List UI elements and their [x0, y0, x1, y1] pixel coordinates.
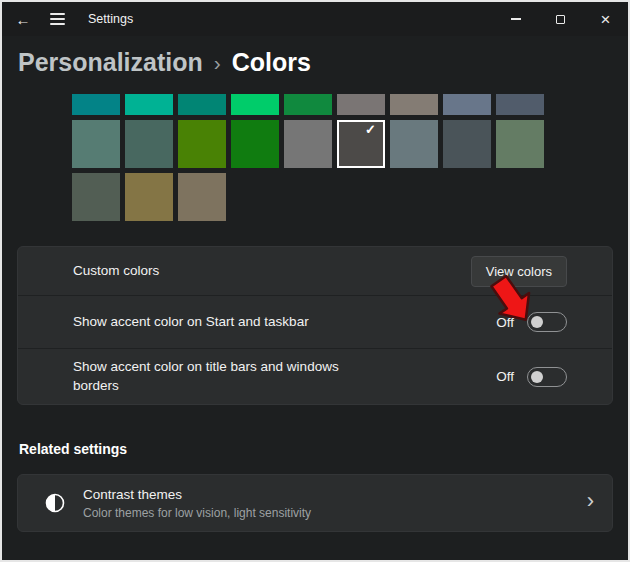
breadcrumb: Personalization › Colors: [2, 36, 628, 80]
back-icon: ←: [16, 11, 31, 28]
custom-colors-label: Custom colors: [73, 262, 159, 281]
color-swatch-metal-blue[interactable]: [496, 94, 544, 115]
color-swatch-seafoam-teal[interactable]: [72, 94, 120, 115]
minimize-icon: [511, 18, 521, 20]
chevron-right-icon: ›: [587, 490, 594, 516]
contrast-themes-row[interactable]: Contrast themes Color themes for low vis…: [17, 474, 613, 532]
titlebar: ← Settings ×: [2, 2, 628, 36]
contrast-themes-subtitle: Color themes for low vision, light sensi…: [83, 506, 311, 520]
color-swatch-overcast[interactable]: [284, 120, 332, 168]
view-colors-button[interactable]: View colors: [471, 256, 567, 287]
color-swatch-gray[interactable]: [337, 94, 385, 115]
accent-start-taskbar-row: Show accent color on Start and taskbar O…: [18, 295, 612, 348]
contrast-icon: [44, 492, 66, 514]
close-icon: ×: [601, 11, 611, 28]
content-area: ✓ Custom colors View colors Show accent …: [2, 80, 628, 560]
custom-colors-row: Custom colors View colors: [18, 247, 612, 295]
swatch-row: [72, 173, 613, 221]
minimize-button[interactable]: [493, 2, 538, 36]
color-swatch-camouflage-desert[interactable]: [125, 173, 173, 221]
accent-start-toggle[interactable]: [527, 312, 567, 332]
color-swatch-sport-green[interactable]: [284, 94, 332, 115]
color-swatch-camouflage[interactable]: [178, 173, 226, 221]
color-swatch-gray-dark[interactable]: [443, 120, 491, 168]
color-swatch-meadow-green[interactable]: [178, 120, 226, 168]
swatch-row: [72, 94, 613, 115]
maximize-icon: [556, 15, 565, 24]
color-swatch-pale-moss[interactable]: [72, 120, 120, 168]
contrast-themes-title: Contrast themes: [83, 487, 311, 502]
related-settings-heading: Related settings: [19, 441, 613, 457]
accent-title-bars-row: Show accent color on title bars and wind…: [18, 348, 612, 404]
color-swatch-mint-dark[interactable]: [178, 94, 226, 115]
color-swatch-turf-green[interactable]: [231, 94, 279, 115]
breadcrumb-personalization[interactable]: Personalization: [18, 48, 203, 77]
color-swatch-mint-light[interactable]: [125, 94, 173, 115]
color-swatch-green[interactable]: [231, 120, 279, 168]
color-swatch-blue-gray[interactable]: [390, 120, 438, 168]
selected-check-icon: ✓: [365, 122, 376, 137]
toggle-knob: [531, 371, 543, 383]
settings-window: ← Settings × Personalization › Colors ✓: [0, 0, 630, 562]
color-swatch-gray-brown[interactable]: [390, 94, 438, 115]
maximize-button[interactable]: [538, 2, 583, 36]
menu-button[interactable]: [40, 4, 74, 34]
breadcrumb-separator-icon: ›: [214, 49, 221, 75]
accent-borders-toggle[interactable]: [527, 367, 567, 387]
color-swatch-sage[interactable]: [72, 173, 120, 221]
color-swatch-moss[interactable]: [125, 120, 173, 168]
accent-title-bars-label: Show accent color on title bars and wind…: [73, 358, 373, 396]
close-button[interactable]: ×: [583, 2, 628, 36]
page-title: Colors: [232, 48, 311, 77]
accent-settings-card: Custom colors View colors Show accent co…: [17, 246, 613, 405]
color-swatch-storm[interactable]: ✓: [337, 120, 385, 168]
accent-start-state-label: Off: [496, 315, 514, 330]
back-button[interactable]: ←: [6, 4, 40, 34]
accent-start-taskbar-label: Show accent color on Start and taskbar: [73, 313, 309, 332]
hamburger-icon: [50, 13, 65, 25]
window-controls: ×: [493, 2, 628, 36]
accent-color-grid: ✓: [72, 94, 613, 221]
accent-borders-state-label: Off: [496, 369, 514, 384]
swatch-row: ✓: [72, 120, 613, 168]
window-title: Settings: [88, 12, 133, 26]
color-swatch-liddy-green[interactable]: [496, 120, 544, 168]
toggle-knob: [531, 316, 543, 328]
color-swatch-steel-blue[interactable]: [443, 94, 491, 115]
